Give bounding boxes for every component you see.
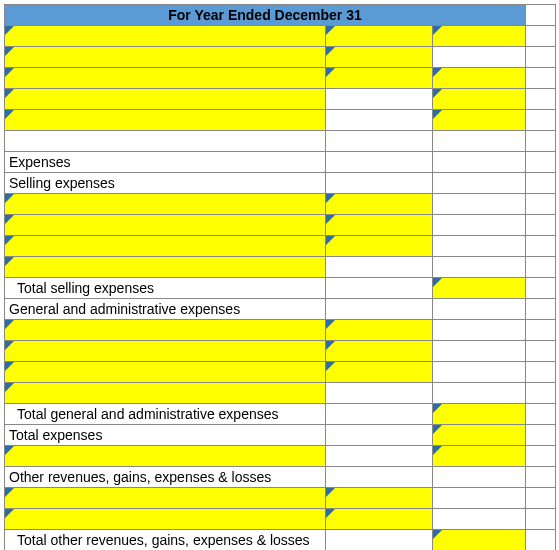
input-cell[interactable] bbox=[5, 110, 326, 131]
cell[interactable] bbox=[433, 47, 526, 68]
cell[interactable] bbox=[433, 257, 526, 278]
spreadsheet-table: For Year Ended December 31 Expenses Sell… bbox=[4, 4, 556, 550]
spacer bbox=[526, 488, 556, 509]
cell[interactable] bbox=[326, 299, 433, 320]
input-cell[interactable] bbox=[5, 194, 326, 215]
spacer bbox=[526, 299, 556, 320]
spacer bbox=[526, 278, 556, 299]
input-cell[interactable] bbox=[5, 320, 326, 341]
cell[interactable] bbox=[433, 152, 526, 173]
spacer bbox=[526, 383, 556, 404]
spacer bbox=[526, 362, 556, 383]
input-cell[interactable] bbox=[5, 362, 326, 383]
cell[interactable] bbox=[433, 236, 526, 257]
input-cell[interactable] bbox=[5, 215, 326, 236]
cell[interactable] bbox=[433, 362, 526, 383]
label-expenses: Expenses bbox=[5, 152, 326, 173]
cell[interactable] bbox=[433, 131, 526, 152]
input-cell[interactable] bbox=[326, 488, 433, 509]
spacer bbox=[526, 5, 556, 26]
cell[interactable] bbox=[326, 383, 433, 404]
input-cell[interactable] bbox=[326, 341, 433, 362]
input-cell[interactable] bbox=[5, 26, 326, 47]
cell[interactable] bbox=[5, 131, 326, 152]
label-total-selling: Total selling expenses bbox=[5, 278, 326, 299]
cell[interactable] bbox=[433, 509, 526, 530]
cell[interactable] bbox=[326, 404, 433, 425]
spacer bbox=[526, 425, 556, 446]
cell[interactable] bbox=[326, 173, 433, 194]
input-cell[interactable] bbox=[326, 47, 433, 68]
cell[interactable] bbox=[433, 299, 526, 320]
spacer bbox=[526, 26, 556, 47]
input-cell[interactable] bbox=[326, 362, 433, 383]
label-selling-expenses: Selling expenses bbox=[5, 173, 326, 194]
input-cell[interactable] bbox=[433, 530, 526, 551]
input-cell[interactable] bbox=[326, 68, 433, 89]
input-cell[interactable] bbox=[433, 89, 526, 110]
spacer bbox=[526, 446, 556, 467]
spacer bbox=[526, 467, 556, 488]
cell[interactable] bbox=[326, 425, 433, 446]
spacer bbox=[526, 89, 556, 110]
input-cell[interactable] bbox=[326, 236, 433, 257]
cell[interactable] bbox=[433, 194, 526, 215]
spacer bbox=[526, 173, 556, 194]
input-cell[interactable] bbox=[433, 26, 526, 47]
spacer bbox=[526, 509, 556, 530]
input-cell[interactable] bbox=[5, 341, 326, 362]
cell[interactable] bbox=[326, 131, 433, 152]
label-ga-expenses: General and administrative expenses bbox=[5, 299, 326, 320]
input-cell[interactable] bbox=[326, 26, 433, 47]
spacer bbox=[526, 320, 556, 341]
input-cell[interactable] bbox=[5, 446, 326, 467]
spacer bbox=[526, 215, 556, 236]
input-cell[interactable] bbox=[5, 236, 326, 257]
spacer bbox=[526, 47, 556, 68]
label-total-other: Total other revenues, gains, expenses & … bbox=[5, 530, 326, 551]
input-cell[interactable] bbox=[326, 194, 433, 215]
input-cell[interactable] bbox=[433, 110, 526, 131]
cell[interactable] bbox=[326, 257, 433, 278]
cell[interactable] bbox=[326, 89, 433, 110]
label-total-expenses: Total expenses bbox=[5, 425, 326, 446]
cell[interactable] bbox=[433, 488, 526, 509]
input-cell[interactable] bbox=[433, 446, 526, 467]
spacer bbox=[526, 110, 556, 131]
label-other-revenues: Other revenues, gains, expenses & losses bbox=[5, 467, 326, 488]
header-row: For Year Ended December 31 bbox=[5, 5, 556, 26]
cell[interactable] bbox=[326, 278, 433, 299]
cell[interactable] bbox=[433, 467, 526, 488]
input-cell[interactable] bbox=[5, 257, 326, 278]
cell[interactable] bbox=[433, 383, 526, 404]
cell[interactable] bbox=[433, 320, 526, 341]
cell[interactable] bbox=[326, 530, 433, 551]
input-cell[interactable] bbox=[5, 383, 326, 404]
cell[interactable] bbox=[326, 467, 433, 488]
spacer bbox=[526, 530, 556, 551]
input-cell[interactable] bbox=[5, 47, 326, 68]
spacer bbox=[526, 236, 556, 257]
spacer bbox=[526, 257, 556, 278]
input-cell[interactable] bbox=[326, 509, 433, 530]
cell[interactable] bbox=[433, 341, 526, 362]
cell[interactable] bbox=[326, 446, 433, 467]
input-cell[interactable] bbox=[326, 215, 433, 236]
input-cell[interactable] bbox=[5, 68, 326, 89]
page-title: For Year Ended December 31 bbox=[5, 5, 526, 26]
cell[interactable] bbox=[326, 152, 433, 173]
input-cell[interactable] bbox=[433, 404, 526, 425]
spacer bbox=[526, 404, 556, 425]
input-cell[interactable] bbox=[5, 488, 326, 509]
input-cell[interactable] bbox=[433, 278, 526, 299]
input-cell[interactable] bbox=[5, 509, 326, 530]
label-total-ga: Total general and administrative expense… bbox=[5, 404, 326, 425]
input-cell[interactable] bbox=[433, 68, 526, 89]
spacer bbox=[526, 341, 556, 362]
cell[interactable] bbox=[433, 173, 526, 194]
input-cell[interactable] bbox=[326, 320, 433, 341]
cell[interactable] bbox=[326, 110, 433, 131]
input-cell[interactable] bbox=[433, 425, 526, 446]
input-cell[interactable] bbox=[5, 89, 326, 110]
cell[interactable] bbox=[433, 215, 526, 236]
